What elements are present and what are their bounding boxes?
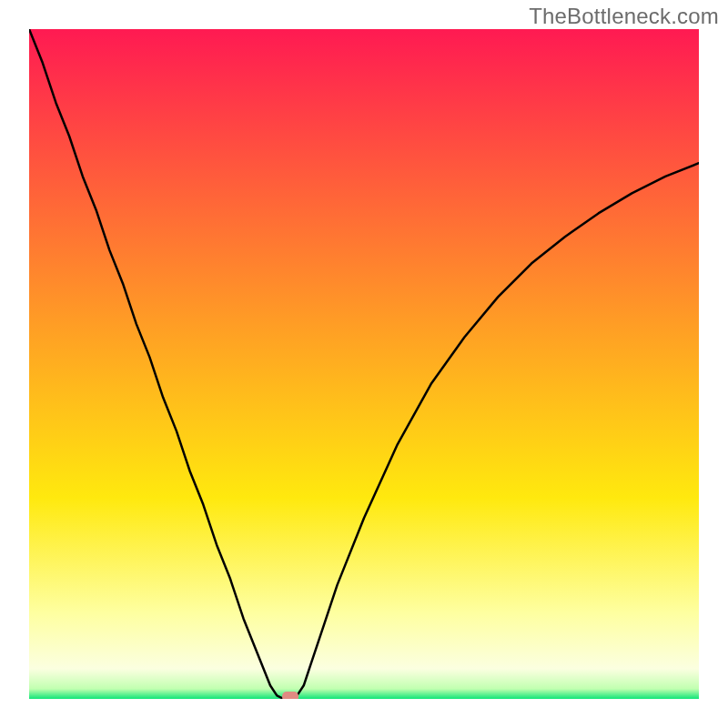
watermark-label: TheBottleneck.com (529, 4, 719, 29)
plot-background (29, 29, 699, 699)
plot-area (29, 29, 699, 699)
chart-container: TheBottleneck.com (0, 0, 728, 728)
marker-point (282, 692, 298, 699)
